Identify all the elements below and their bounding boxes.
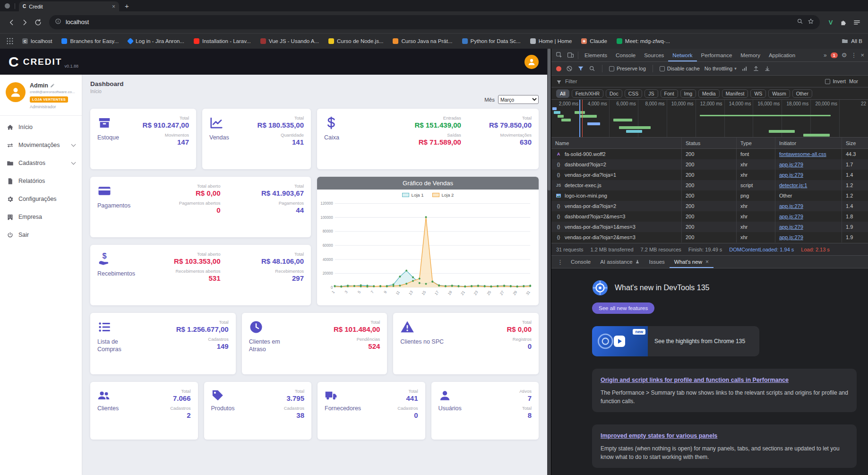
devtools-tab-sources[interactable]: Sources	[640, 49, 668, 61]
column-header-status[interactable]: Status	[682, 138, 737, 148]
filter-chip-wasm[interactable]: Wasm	[768, 89, 790, 98]
filter-chip-ws[interactable]: WS	[750, 89, 766, 98]
whats-new-highlight-card[interactable]: new See the highlights from Chrome 135	[592, 326, 759, 356]
see-all-features-button[interactable]: See all new features	[592, 302, 654, 314]
new-tab-button[interactable]: +	[125, 2, 129, 10]
sidebar-item-movimentacoes[interactable]: Movimentações	[0, 136, 82, 154]
clear-icon[interactable]	[566, 65, 573, 72]
settings-gear-icon[interactable]: ⚙	[842, 52, 847, 59]
network-request-row[interactable]: {}vendas-por-dia?loja=1200xhrapp.js:2791…	[551, 170, 868, 180]
bookmark-item[interactable]: Home | Home	[526, 37, 576, 45]
bookmark-item[interactable]: Clocalhost	[18, 37, 56, 45]
filter-chip-all[interactable]: All	[556, 89, 569, 98]
drawer-menu-icon[interactable]: ⋮	[554, 259, 566, 266]
devtools-tab-elements[interactable]: Elements	[580, 49, 611, 61]
column-header-size[interactable]: Size	[842, 138, 868, 148]
network-request-row[interactable]: {}vendas-por-dia?loja=2200xhrapp.js:2791…	[551, 201, 868, 211]
bookmark-star-icon[interactable]	[808, 18, 814, 26]
network-request-row[interactable]: {}vendas-por-dia?loja=2&mes=3200xhrapp.j…	[551, 232, 868, 242]
network-request-row[interactable]: JSdetector-exec.js200scriptdetector.js:1…	[551, 180, 868, 190]
filter-chip-font[interactable]: Font	[661, 89, 678, 98]
initiator-link[interactable]: detector.js:1	[779, 182, 807, 188]
drawer-tab-issues[interactable]: Issues	[645, 256, 670, 268]
forward-icon[interactable]	[18, 16, 31, 29]
initiator-link[interactable]: fontawesome-all.css	[779, 151, 826, 157]
column-header-type[interactable]: Type	[737, 138, 775, 148]
sidebar-item-cadastros[interactable]: Cadastros	[0, 154, 82, 172]
page-scrollbar[interactable]	[547, 49, 551, 475]
initiator-link[interactable]: app.js:279	[779, 224, 803, 230]
bookmark-item[interactable]: Curso de Node.js...	[324, 37, 387, 45]
filter-input[interactable]	[565, 78, 822, 84]
filter-chip-css[interactable]: CSS	[625, 89, 643, 98]
network-conditions-icon[interactable]	[741, 65, 748, 72]
scrollbar-thumb[interactable]	[548, 49, 550, 190]
apps-grid-icon[interactable]	[6, 37, 14, 45]
network-request-row[interactable]: {}dashboard?loja=2200xhrapp.js:2791.7	[551, 159, 868, 170]
zoom-icon[interactable]	[797, 18, 803, 26]
more-filters-label[interactable]: Mor	[849, 78, 863, 84]
filter-chip-other[interactable]: Other	[792, 89, 812, 98]
network-request-row[interactable]: Afa-solid-900.woff2200fontfontawesome-al…	[551, 149, 868, 159]
filter-toggle-icon[interactable]	[577, 65, 584, 72]
sidebar-item-sair[interactable]: Sair	[0, 226, 82, 244]
initiator-link[interactable]: app.js:279	[779, 162, 803, 167]
bookmark-item[interactable]: Python for Data Sc...	[458, 37, 525, 45]
sidebar-item-configuracoes[interactable]: Configurações	[0, 190, 82, 208]
close-devtools-icon[interactable]: ×	[860, 52, 864, 59]
devtools-menu-icon[interactable]: ⋮	[851, 52, 857, 59]
tab-close-icon[interactable]: ×	[112, 3, 115, 10]
sidebar-item-relatorios[interactable]: Relatórios	[0, 172, 82, 190]
browser-tab-credit[interactable]: C Credit ×	[19, 1, 119, 11]
filter-chip-manifest[interactable]: Manifest	[722, 89, 748, 98]
bookmark-item[interactable]: Log in - Jira Anron...	[124, 37, 189, 45]
all-bookmarks-button[interactable]: All B	[842, 38, 862, 44]
bookmark-item[interactable]: Installation - Larav...	[189, 37, 255, 45]
disable-cache-checkbox[interactable]: Disable cache	[660, 66, 700, 71]
filter-chip-doc[interactable]: Doc	[606, 89, 622, 98]
import-har-icon[interactable]	[753, 65, 759, 72]
reload-icon[interactable]	[31, 16, 44, 29]
user-avatar[interactable]	[6, 82, 26, 102]
vue-devtools-extension-icon[interactable]: V	[825, 16, 837, 29]
search-icon[interactable]	[589, 65, 595, 72]
invert-checkbox[interactable]: Invert	[825, 78, 846, 84]
bookmark-item[interactable]: ✳Claude	[577, 37, 611, 45]
devtools-tab-console[interactable]: Console	[611, 49, 640, 61]
network-request-row[interactable]: {}vendas-por-dia?loja=1&mes=3200xhrapp.j…	[551, 222, 868, 232]
devtools-tab-network[interactable]: Network	[668, 49, 696, 61]
drawer-tab-ai-assistance[interactable]: AI assistance	[595, 256, 644, 268]
network-request-row[interactable]: {}dashboard?loja=2&mes=3200xhrapp.js:279…	[551, 211, 868, 222]
inspect-element-icon[interactable]	[553, 50, 565, 60]
section-heading-link[interactable]: Improved empty states for various panels	[601, 432, 717, 439]
address-bar[interactable]: localhost	[49, 15, 820, 29]
initiator-link[interactable]: app.js:279	[779, 234, 803, 240]
initiator-link[interactable]: app.js:279	[779, 214, 803, 219]
drawer-tab-console[interactable]: Console	[566, 256, 595, 268]
devtools-tab-application[interactable]: Application	[765, 49, 799, 61]
column-header-initiator[interactable]: Initiator	[775, 138, 842, 148]
error-count-badge[interactable]: 1	[831, 52, 838, 58]
close-drawer-tab-icon[interactable]: ×	[705, 259, 709, 265]
filter-chip-fetch-xhr[interactable]: Fetch/XHR	[572, 89, 603, 98]
back-icon[interactable]	[5, 16, 18, 29]
bookmark-item[interactable]: Curso Java na Prát...	[388, 37, 456, 45]
device-toolbar-icon[interactable]	[565, 50, 576, 60]
export-har-icon[interactable]	[764, 65, 771, 72]
more-tabs-icon[interactable]: »	[824, 52, 827, 59]
section-heading-link[interactable]: Origin and script links for profile and …	[601, 377, 789, 383]
bookmark-item[interactable]: Branches for Easy...	[57, 37, 123, 45]
bookmark-item[interactable]: Vue JS - Usando A...	[256, 37, 323, 45]
devtools-tab-performance[interactable]: Performance	[697, 49, 737, 61]
column-header-name[interactable]: Name	[551, 138, 682, 148]
filter-chip-js[interactable]: JS	[645, 89, 658, 98]
sidebar-item-inicio[interactable]: Início	[0, 118, 82, 136]
filter-chip-media[interactable]: Media	[698, 89, 720, 98]
record-icon[interactable]	[556, 66, 561, 71]
extensions-puzzle-icon[interactable]	[837, 16, 850, 29]
throttling-select[interactable]: No throttling▾	[705, 66, 737, 71]
network-request-row[interactable]: logo-icon-mini.png200pngOther1.2	[551, 190, 868, 201]
month-select[interactable]: Março	[498, 95, 539, 104]
devtools-tab-memory[interactable]: Memory	[736, 49, 765, 61]
sidebar-item-empresa[interactable]: Empresa	[0, 208, 82, 226]
